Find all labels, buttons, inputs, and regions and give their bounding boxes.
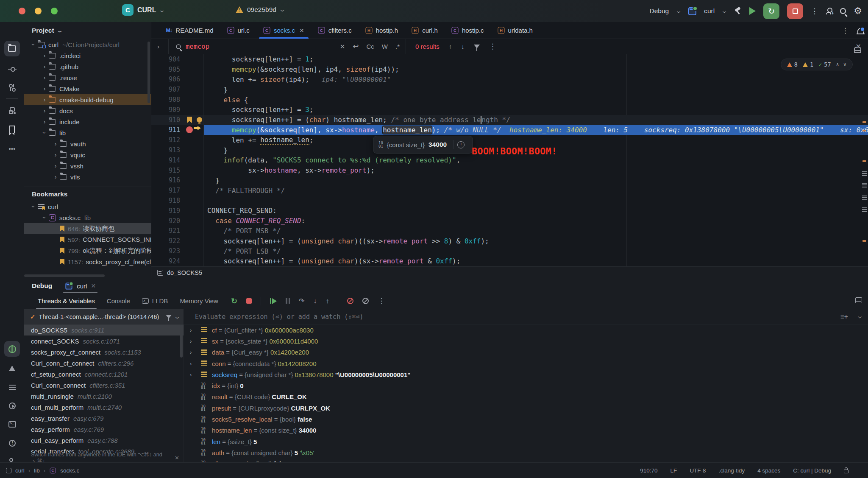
info-circle-icon[interactable]: !: [457, 141, 465, 148]
stripe-bookmark-mark[interactable]: [862, 183, 867, 187]
tree-item-.reuse[interactable]: ›.reuse: [24, 72, 151, 83]
expand-chevron-icon[interactable]: ›: [190, 349, 201, 355]
code-line-914[interactable]: 914 infof(data, "SOCKS5 connect to %s:%d…: [151, 155, 868, 165]
gutter[interactable]: [185, 226, 204, 236]
status-item[interactable]: .clang-tidy: [719, 467, 745, 474]
chevron-icon[interactable]: ›: [40, 52, 49, 59]
code-line-919[interactable]: 919CONNECT_REQ_SEND:: [151, 206, 868, 216]
resume-icon[interactable]: [270, 298, 277, 304]
expand-chevron-icon[interactable]: ›: [190, 361, 201, 367]
rerun-debug-icon[interactable]: ↻: [231, 296, 237, 306]
minimize-window-button[interactable]: [35, 8, 42, 14]
gutter[interactable]: [185, 105, 204, 115]
stripe-mark[interactable]: [862, 121, 866, 123]
variable-allow_gssapi[interactable]: 10 01allow_gssapi = {bool} false: [184, 458, 868, 462]
tab-options-icon[interactable]: ⋮: [842, 26, 849, 35]
tree-item-lib[interactable]: ›lib: [24, 127, 151, 138]
stop-icon[interactable]: [246, 298, 252, 304]
close-window-button[interactable]: [19, 8, 25, 14]
frames-scrollbar[interactable]: [180, 324, 183, 358]
line-number[interactable]: 911: [151, 126, 185, 134]
code-line-923[interactable]: 923 /* PORT LSB */: [151, 246, 868, 256]
frame-do_SOCKS5[interactable]: do_SOCKS5socks.c:911: [24, 324, 184, 335]
tree-item-vssh[interactable]: ›vssh: [24, 160, 151, 171]
evaluate-expression-field[interactable]: Evaluate expression (⏎) or add a watch (…: [184, 309, 868, 324]
line-number[interactable]: 912: [151, 136, 185, 144]
tab-cfilters.c[interactable]: Ccfilters.c: [311, 22, 359, 39]
newline-icon[interactable]: ↩: [353, 42, 359, 51]
frame-socks_proxy_cf_connect[interactable]: socks_proxy_cf_connectsocks.c:1153: [24, 347, 184, 358]
expand-search-icon[interactable]: ›: [157, 43, 168, 50]
gutter[interactable]: [185, 165, 204, 176]
stripe-mark[interactable]: [862, 160, 866, 162]
gutter[interactable]: [185, 95, 204, 105]
line-number[interactable]: 913: [151, 146, 185, 154]
status-item[interactable]: 4 spaces: [757, 467, 780, 474]
variable-hostname_len[interactable]: 10 01hostname_len = {const size_t} 34000: [184, 425, 868, 436]
code-line-918[interactable]: 918: [151, 196, 868, 206]
code-line-921[interactable]: 921 /* PORT MSB */: [151, 226, 868, 236]
tree-item-docs[interactable]: ›docs: [24, 105, 151, 116]
frame-Curl_conn_cf_connect[interactable]: Curl_conn_cf_connectcfilters.c:296: [24, 358, 184, 369]
gutter[interactable]: [185, 155, 204, 165]
tree-item-curl[interactable]: ›curl~/CLionProjects/curl: [24, 39, 151, 50]
bookmarks-tool-button[interactable]: [4, 121, 20, 137]
bookmark-item-ok流程：到解析完的阶段[interactable]: 799:ok流程：到解析完的阶段: [24, 245, 151, 256]
project-scrollbar[interactable]: [147, 42, 150, 103]
line-number[interactable]: 916: [151, 176, 185, 184]
code-line-911[interactable]: 911 memcpy(&socksreq[len], sx->hostname,…: [151, 125, 868, 135]
chevron-icon[interactable]: ›: [41, 213, 48, 222]
line-number[interactable]: 918: [151, 197, 185, 204]
tab-threads-variables[interactable]: Threads & Variables: [32, 293, 101, 309]
variable-cf[interactable]: ›cf = {Curl_cfilter *} 0x600000ac8030: [184, 324, 868, 335]
skip-breakpoints-icon[interactable]: [362, 298, 369, 304]
chevron-icon[interactable]: ›: [51, 162, 60, 169]
variable-result[interactable]: 10 01result = {CURLcode} CURLE_OK: [184, 391, 868, 403]
status-item[interactable]: UTF-8: [690, 467, 706, 474]
status-breadcrumb[interactable]: curl › lib › C socks.c: [6, 467, 79, 474]
gutter[interactable]: [185, 246, 204, 256]
build-icon[interactable]: [734, 7, 742, 15]
code-line-904[interactable]: 904 socksreq[len++] = 1;: [151, 54, 868, 64]
chevron-icon[interactable]: ›: [30, 40, 37, 49]
breadcrumb-item[interactable]: lib: [34, 467, 40, 474]
chevron-icon[interactable]: ›: [40, 96, 49, 103]
lock-icon[interactable]: [844, 470, 849, 473]
chevron-icon[interactable]: ›: [40, 74, 49, 81]
thread-selector[interactable]: ✓ Thread-1-<com.apple...-thread> (104147…: [24, 309, 184, 324]
frame-easy_perform[interactable]: easy_performeasy.c:769: [24, 424, 184, 435]
step-over-icon[interactable]: ↷: [299, 297, 304, 305]
search-options-icon[interactable]: ⋮: [489, 42, 496, 51]
stripe-bookmark-mark[interactable]: [862, 171, 867, 176]
mute-breakpoints-icon[interactable]: [347, 298, 353, 304]
expand-chevron-icon[interactable]: ›: [190, 338, 201, 344]
expand-chevron-icon[interactable]: ›: [190, 372, 201, 378]
layout-settings-icon[interactable]: [855, 297, 862, 303]
frame-cf_setup_connect[interactable]: cf_setup_connectconnect.c:1201: [24, 369, 184, 380]
close-tab-icon[interactable]: ✕: [299, 27, 304, 34]
gutter[interactable]: [185, 125, 204, 135]
tab-memory-view[interactable]: Memory View: [174, 293, 224, 309]
line-number[interactable]: 924: [151, 257, 185, 265]
tree-item-include[interactable]: ›include: [24, 116, 151, 127]
inspections-widget[interactable]: 8 1 ✓57 ∧∨: [781, 59, 853, 70]
frame-Curl_conn_connect[interactable]: Curl_conn_connectcfilters.c:351: [24, 380, 184, 391]
code-line-906[interactable]: 906 len += sizeof(ip4); ip4: "\U00000001…: [151, 75, 868, 85]
status-item[interactable]: LF: [670, 467, 677, 474]
code-line-909[interactable]: 909 socksreq[len++] = 3;: [151, 105, 868, 115]
variable-sx[interactable]: ›sx = {socks_state *} 0x6000011d4000: [184, 335, 868, 347]
breadcrumb-item[interactable]: socks.c: [60, 467, 79, 474]
pause-icon[interactable]: [286, 298, 290, 304]
variable-idx[interactable]: 10 01idx = {int} 0: [184, 380, 868, 391]
debug-restart-button[interactable]: ↻: [763, 3, 779, 19]
line-number[interactable]: 923: [151, 247, 185, 255]
tab-lldb[interactable]: >_LLDB: [136, 293, 174, 309]
close-icon[interactable]: ✕: [91, 282, 96, 289]
editor-context-bar[interactable]: do_SOCKS5: [151, 266, 868, 279]
debug-session-tab[interactable]: curl ✕: [63, 279, 97, 293]
code-line-912[interactable]: 912 len += hostname_len;: [151, 135, 868, 145]
frame-multi_runsingle[interactable]: multi_runsinglemulti.c:2100: [24, 391, 184, 402]
bookmarks-scrollbar[interactable]: [24, 274, 105, 277]
line-number[interactable]: 917: [151, 187, 185, 194]
project-tool-button[interactable]: [4, 41, 20, 56]
